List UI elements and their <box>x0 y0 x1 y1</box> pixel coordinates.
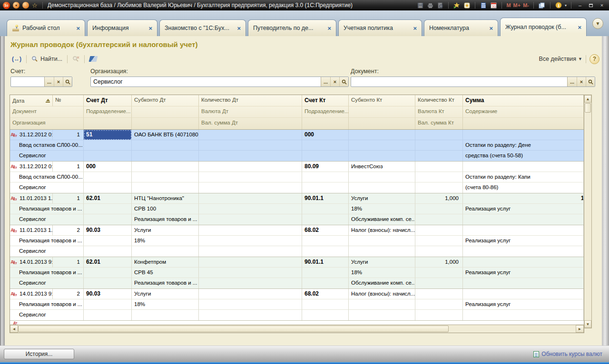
cell-debit-qty[interactable] <box>199 162 302 172</box>
cell-content-1[interactable]: Остатки по разделу: Дене <box>463 140 584 151</box>
cell-credit-account[interactable]: 68.02 <box>302 289 349 299</box>
cell-date[interactable]: ДтКт 11.01.2013 1... <box>10 225 53 236</box>
organization-open-button[interactable] <box>339 77 348 86</box>
close-button[interactable]: × <box>598 2 606 9</box>
cell-debit-qty[interactable] <box>199 225 302 236</box>
header-credit-currency-sum[interactable]: Вал. сумма Кт <box>415 118 463 129</box>
header-debit-qty[interactable]: Количество Дт <box>199 95 302 106</box>
calendar-icon[interactable]: 31 <box>490 1 497 9</box>
organization-filter-field[interactable]: Сервислог ... × <box>90 77 349 87</box>
organization-select-button[interactable]: ... <box>321 77 330 86</box>
cell-content-2[interactable]: (счета 80-86) <box>463 182 584 193</box>
help-button[interactable]: ? <box>589 54 599 64</box>
cell-organization[interactable]: Сервислог <box>10 310 84 320</box>
organization-input[interactable]: Сервислог <box>91 77 321 86</box>
tab-close-icon[interactable]: × <box>578 24 581 31</box>
account-filter-field[interactable]: ... × <box>10 77 72 87</box>
favorites-list-icon[interactable] <box>463 1 471 9</box>
cell-debit-subconto-3[interactable]: Реализация товаров и ... <box>132 278 199 288</box>
cell-debit-account[interactable]: 62.01 <box>84 257 132 268</box>
cell-number[interactable]: 1 <box>53 257 84 268</box>
cell-debit-account[interactable]: 000 <box>84 162 132 172</box>
cell-document[interactable]: Ввод остатков СЛ00-00... <box>10 172 84 182</box>
cell-content-2[interactable] <box>463 278 584 288</box>
history-button[interactable]: История... <box>4 349 74 359</box>
cell-credit-subconto-1[interactable]: Налог (взносы): начисл... <box>349 289 415 299</box>
cell-credit-subconto-2[interactable]: 18% <box>349 268 415 278</box>
header-credit-subconto[interactable]: Субконто Кт <box>349 95 415 106</box>
cell-credit-qty[interactable] <box>415 162 463 172</box>
tab-guide[interactable]: Путеводитель по де... × <box>248 19 336 36</box>
cell-debit-subconto-3[interactable] <box>132 246 199 257</box>
vertical-scroll-thumb[interactable] <box>585 103 591 113</box>
cell-sum[interactable]: 2 <box>463 289 584 299</box>
info-icon[interactable]: i <box>555 1 562 9</box>
journal-entry-group[interactable]: ДтКт 11.01.2013 1... 1 62.01 НТЦ "Нанотр… <box>10 193 584 225</box>
cell-debit-account[interactable]: 62.01 <box>84 193 132 204</box>
header-debit-currency-sum[interactable]: Вал. сумма Дт <box>199 118 302 129</box>
header-credit-currency[interactable]: Валюта Кт <box>415 106 463 118</box>
cell-credit-subconto-2[interactable] <box>349 140 415 151</box>
header-date[interactable]: Дата <box>10 95 53 106</box>
tab-close-icon[interactable]: × <box>76 25 80 32</box>
document-clear-button[interactable]: × <box>577 77 586 86</box>
cell-debit-subconto-2[interactable] <box>132 140 199 151</box>
cell-credit-subconto-2[interactable] <box>349 236 415 246</box>
cell-debit-subconto-1[interactable]: ОАО БАНК ВТБ (4071080... <box>132 130 199 140</box>
cell-debit-subconto-2[interactable]: СРВ 100 <box>132 204 199 214</box>
header-content[interactable]: Содержание <box>463 106 584 118</box>
cell-debit-subconto-3[interactable] <box>132 151 199 161</box>
vertical-scrollbar[interactable]: ▲ ▼ <box>584 95 592 328</box>
cell-debit-qty[interactable] <box>199 130 302 140</box>
add-to-favorites-icon[interactable] <box>453 1 461 9</box>
cell-debit-qty[interactable] <box>199 193 302 204</box>
cell-credit-subconto-3[interactable] <box>349 182 415 193</box>
cell-content-2[interactable]: средства (счета 50-58) <box>463 151 584 161</box>
system-menu-dropdown-icon[interactable]: ▾ <box>13 2 20 9</box>
journal-entry-group[interactable]: ДтКт 14.01.2013 9:... 2 90.03 Услуги 68.… <box>10 289 584 321</box>
organization-clear-button[interactable]: × <box>330 77 339 86</box>
tab-close-icon[interactable]: × <box>148 25 152 32</box>
cell-credit-account[interactable]: 90.01.1 <box>302 193 349 204</box>
tab-desktop[interactable]: Рабочий стол × <box>7 19 85 36</box>
cell-credit-qty[interactable] <box>415 289 463 299</box>
cell-content-1[interactable]: Реализация услуг <box>463 299 584 310</box>
document-select-button[interactable]: ... <box>568 77 577 86</box>
header-debit-account[interactable]: Счет Дт <box>84 95 132 106</box>
cell-sum[interactable]: 10 <box>463 130 584 140</box>
cell-debit-subconto-1[interactable]: Конфетпром <box>132 257 199 268</box>
cell-debit-subconto-1[interactable]: Услуги <box>132 225 199 236</box>
cell-document[interactable]: Реализация товаров и ... <box>10 268 84 278</box>
cell-sum[interactable]: 118 <box>463 193 584 204</box>
cell-date[interactable]: ДтКт 11.01.2013 1... <box>10 193 53 204</box>
cell-credit-subconto-3[interactable] <box>349 151 415 161</box>
document-input[interactable] <box>351 77 567 86</box>
header-credit-account[interactable]: Счет Кт <box>302 95 349 106</box>
cell-debit-subconto-2[interactable]: 18% <box>132 299 199 310</box>
header-organization[interactable]: Организация <box>10 118 84 129</box>
cell-debit-subconto-3[interactable]: Реализация товаров и ... <box>132 214 199 225</box>
cell-credit-subconto-3[interactable]: Обслуживание комп. се... <box>349 278 415 288</box>
memory-m-plus-button[interactable]: M+ <box>513 2 521 8</box>
cell-credit-qty[interactable] <box>415 130 463 140</box>
cell-content-2[interactable] <box>463 214 584 225</box>
header-document[interactable]: Документ <box>10 106 84 118</box>
save-icon[interactable] <box>416 1 424 9</box>
cell-debit-subconto-3[interactable] <box>132 310 199 320</box>
cell-content-1[interactable]: Остатки по разделу: Капи <box>463 172 584 182</box>
cell-content-1[interactable]: Реализация услуг <box>463 236 584 246</box>
restore-position-button[interactable]: (↔) <box>10 55 23 63</box>
cell-credit-subconto-2[interactable]: 18% <box>349 204 415 214</box>
cell-credit-account[interactable]: 90.01.1 <box>302 257 349 268</box>
account-input[interactable] <box>11 77 44 86</box>
memory-m-minus-button[interactable]: M- <box>523 2 529 8</box>
cell-credit-subconto-3[interactable] <box>349 310 415 320</box>
cell-date[interactable]: ДтКт 14.01.2013 9:... <box>10 257 53 268</box>
cell-credit-subconto-1[interactable] <box>349 130 415 140</box>
copy-windows-icon[interactable] <box>538 1 546 9</box>
tab-close-icon[interactable]: × <box>327 25 331 32</box>
journal-entry-group[interactable]: ДтКт 31.12.2012 0:... 1 000 80.09 Инвест… <box>10 162 584 193</box>
cell-debit-subconto-2[interactable] <box>132 172 199 182</box>
cell-organization[interactable]: Сервислог <box>10 151 84 161</box>
cell-credit-account[interactable]: 80.09 <box>302 162 349 172</box>
